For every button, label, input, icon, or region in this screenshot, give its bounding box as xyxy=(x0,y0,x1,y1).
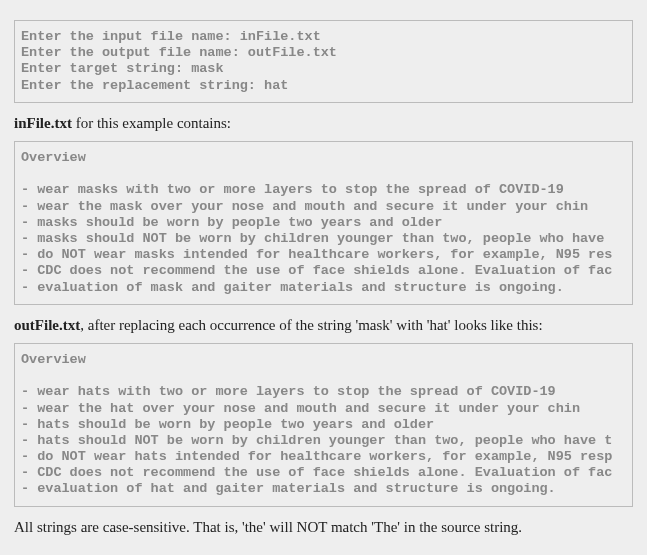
infile-name: inFile.txt xyxy=(14,115,72,131)
infile-block: Overview - wear masks with two or more l… xyxy=(14,141,633,305)
outfile-caption-rest: , after replacing each occurrence of the… xyxy=(80,317,542,333)
case-sensitive-note: All strings are case-sensitive. That is,… xyxy=(14,517,633,537)
console-block: Enter the input file name: inFile.txt En… xyxy=(14,20,633,103)
infile-caption-rest: for this example contains: xyxy=(72,115,231,131)
outfile-name: outFile.txt xyxy=(14,317,80,333)
outfile-block: Overview - wear hats with two or more la… xyxy=(14,343,633,507)
outfile-caption: outFile.txt, after replacing each occurr… xyxy=(14,315,633,335)
infile-caption: inFile.txt for this example contains: xyxy=(14,113,633,133)
document-page: Enter the input file name: inFile.txt En… xyxy=(0,0,647,555)
